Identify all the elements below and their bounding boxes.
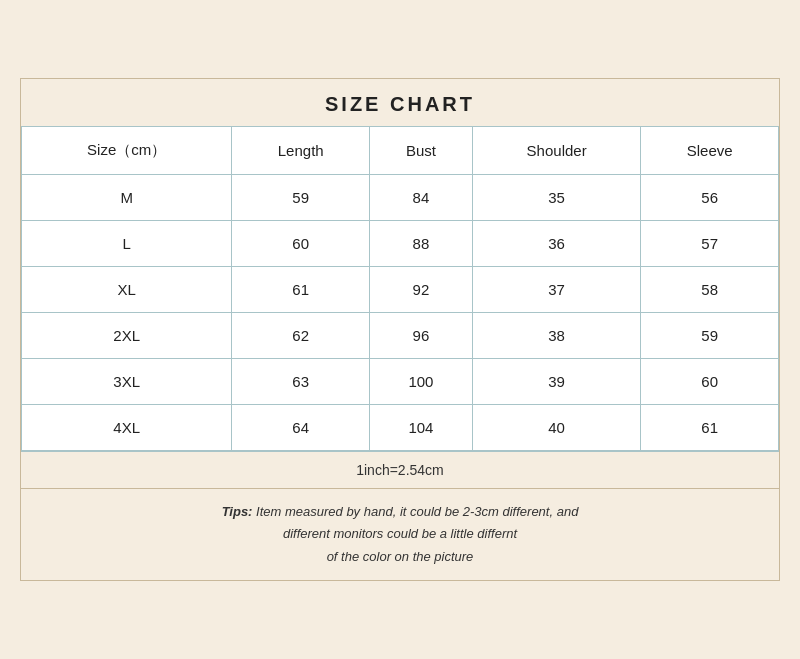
cell-size: 2XL <box>22 313 232 359</box>
cell-size: 3XL <box>22 359 232 405</box>
size-chart-container: SIZE CHART Size（cm） Length Bust Shoulder… <box>20 78 780 580</box>
cell-size: M <box>22 175 232 221</box>
cell-size: L <box>22 221 232 267</box>
col-size: Size（cm） <box>22 127 232 175</box>
cell-length: 64 <box>232 405 370 451</box>
col-sleeve: Sleeve <box>641 127 779 175</box>
cell-length: 63 <box>232 359 370 405</box>
size-table: Size（cm） Length Bust Shoulder Sleeve M59… <box>21 126 779 451</box>
cell-shoulder: 39 <box>472 359 641 405</box>
cell-bust: 84 <box>370 175 473 221</box>
cell-bust: 96 <box>370 313 473 359</box>
tips-row: Tips: Item measured by hand, it could be… <box>21 488 779 579</box>
cell-sleeve: 58 <box>641 267 779 313</box>
cell-shoulder: 35 <box>472 175 641 221</box>
cell-length: 60 <box>232 221 370 267</box>
table-row: XL61923758 <box>22 267 779 313</box>
cell-size: 4XL <box>22 405 232 451</box>
cell-sleeve: 56 <box>641 175 779 221</box>
cell-bust: 100 <box>370 359 473 405</box>
table-row: 3XL631003960 <box>22 359 779 405</box>
col-shoulder: Shoulder <box>472 127 641 175</box>
table-row: L60883657 <box>22 221 779 267</box>
chart-title: SIZE CHART <box>21 79 779 126</box>
cell-sleeve: 61 <box>641 405 779 451</box>
table-header-row: Size（cm） Length Bust Shoulder Sleeve <box>22 127 779 175</box>
col-length: Length <box>232 127 370 175</box>
cell-shoulder: 40 <box>472 405 641 451</box>
cell-bust: 88 <box>370 221 473 267</box>
cell-bust: 92 <box>370 267 473 313</box>
table-row: M59843556 <box>22 175 779 221</box>
cell-length: 61 <box>232 267 370 313</box>
cell-size: XL <box>22 267 232 313</box>
table-row: 2XL62963859 <box>22 313 779 359</box>
table-row: 4XL641044061 <box>22 405 779 451</box>
cell-sleeve: 59 <box>641 313 779 359</box>
tips-text: Item measured by hand, it could be 2-3cm… <box>256 504 578 563</box>
cell-shoulder: 38 <box>472 313 641 359</box>
cell-bust: 104 <box>370 405 473 451</box>
tips-label: Tips: <box>222 504 253 519</box>
cell-shoulder: 36 <box>472 221 641 267</box>
cell-shoulder: 37 <box>472 267 641 313</box>
note-row: 1inch=2.54cm <box>21 451 779 488</box>
cell-length: 62 <box>232 313 370 359</box>
col-bust: Bust <box>370 127 473 175</box>
cell-sleeve: 60 <box>641 359 779 405</box>
cell-length: 59 <box>232 175 370 221</box>
cell-sleeve: 57 <box>641 221 779 267</box>
